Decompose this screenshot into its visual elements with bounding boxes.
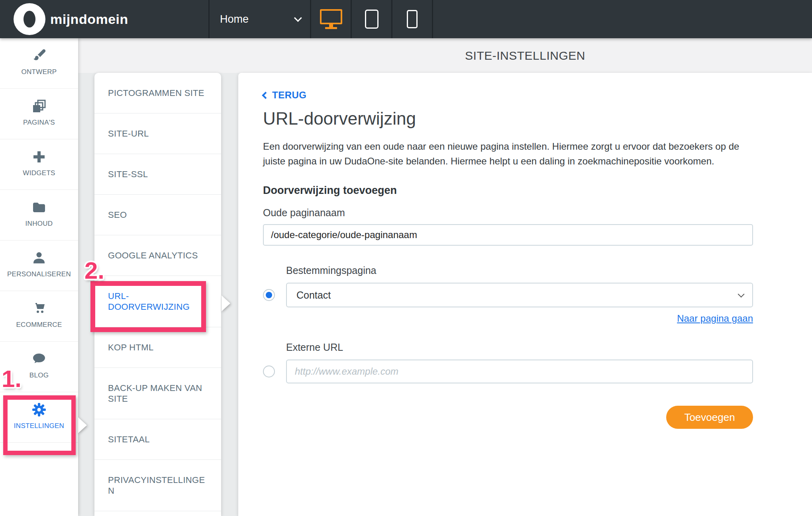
external-url-input[interactable] [286, 360, 753, 383]
sidebar-item-label: INHOUD [25, 220, 53, 228]
sidebar-item-label: ECOMMERCE [16, 321, 62, 329]
page-selector[interactable]: Home [208, 0, 311, 38]
chat-icon [32, 352, 46, 366]
page-selector-value: Home [220, 13, 249, 25]
menu-item-backup-maken-van-site[interactable]: BACK-UP MAKEN VAN SITE [94, 368, 221, 419]
tablet-icon [365, 10, 379, 29]
sidebar-item-label: PERSONALISEREN [7, 270, 71, 278]
sidebar-item-widgets[interactable]: WIDGETS [0, 139, 78, 190]
menu-item-google-analytics[interactable]: GOOGLE ANALYTICS [94, 235, 221, 276]
sidebar-item-label: WIDGETS [23, 169, 55, 177]
sidebar-item-inhoud[interactable]: INHOUD [0, 190, 78, 240]
page-title: URL-doorverwijzing [263, 109, 753, 129]
sidebar-item-label: BLOG [29, 371, 49, 379]
folder-icon [32, 200, 46, 215]
sidebar-item-blog[interactable]: BLOG [0, 342, 78, 392]
destination-label: Bestemmingspagina [286, 265, 753, 276]
header-band: SITE-INSTELLINGEN [78, 38, 812, 73]
brush-icon [32, 49, 46, 63]
phone-preview-button[interactable] [392, 0, 433, 38]
pages-icon [32, 99, 46, 113]
destination-select[interactable]: Contact [286, 283, 753, 307]
menu-item-site-ssl[interactable]: SITE-SSL [94, 154, 221, 195]
external-url-label: Externe URL [286, 342, 753, 353]
desktop-icon [320, 9, 342, 24]
settings-menu: PICTOGRAMMEN SITE SITE-URL SITE-SSL SEO … [94, 73, 221, 516]
back-link[interactable]: TERUG [263, 90, 307, 101]
menu-item-privacyinstellingen[interactable]: PRIVACYINSTELLINGEN [94, 460, 221, 511]
person-icon [32, 251, 46, 265]
description-text: Een doorverwijzing van een oude naar een… [263, 139, 741, 168]
brand-name: mijndomein [50, 0, 128, 38]
topbar: mijndomein Home [0, 0, 812, 38]
main-content: TERUG URL-doorverwijzing Een doorverwijz… [238, 73, 812, 516]
menu-item-url-doorverwijzing[interactable]: URL-DOORVERWIJZING [94, 276, 221, 327]
sidebar-item-ontwerp[interactable]: ONTWERP [0, 38, 78, 89]
menu-item-pictogrammen-site[interactable]: PICTOGRAMMEN SITE [94, 73, 221, 113]
external-url-radio[interactable] [263, 366, 275, 377]
desktop-preview-button[interactable] [311, 0, 352, 38]
menu-item-seo[interactable]: SEO [94, 195, 221, 235]
sidebar-item-label: ONTWERP [22, 68, 57, 76]
sidebar-item-ecommerce[interactable]: ECOMMERCE [0, 291, 78, 342]
old-page-input[interactable] [263, 224, 753, 246]
phone-icon [407, 10, 418, 28]
page-header-title: SITE-INSTELLINGEN [238, 38, 812, 73]
sidebar-item-personaliseren[interactable]: PERSONALISEREN [0, 240, 78, 291]
mijndomein-logo-icon [14, 3, 45, 35]
sidebar-item-label: PAGINA'S [23, 119, 55, 127]
go-to-page-link[interactable]: Naar pagina gaan [677, 313, 753, 324]
destination-select-value: Contact [296, 289, 331, 301]
old-page-label: Oude paginanaam [263, 207, 753, 219]
sidebar-item-paginas[interactable]: PAGINA'S [0, 89, 78, 139]
chevron-down-icon [294, 14, 302, 22]
menu-item-sitetaal[interactable]: SITETAAL [94, 419, 221, 460]
destination-radio[interactable] [263, 289, 275, 301]
menu-item-site-url[interactable]: SITE-URL [94, 113, 221, 154]
chevron-down-icon [738, 291, 745, 297]
back-link-label: TERUG [272, 90, 307, 101]
sidebar-item-label: INSTELLINGEN [14, 422, 64, 430]
cart-icon [32, 301, 46, 316]
gear-icon [32, 403, 46, 417]
chevron-left-icon [262, 92, 269, 99]
tablet-preview-button[interactable] [352, 0, 392, 38]
sidebar-item-instellingen[interactable]: INSTELLINGEN [0, 392, 78, 443]
menu-item-kop-html[interactable]: KOP HTML [94, 327, 221, 368]
toevoegen-button[interactable]: Toevoegen [666, 406, 753, 429]
plus-icon [32, 150, 46, 164]
section-heading: Doorverwijzing toevoegen [263, 184, 753, 197]
sidebar: ONTWERP PAGINA'S WIDGETS INHOUD PERSONAL… [0, 38, 78, 516]
